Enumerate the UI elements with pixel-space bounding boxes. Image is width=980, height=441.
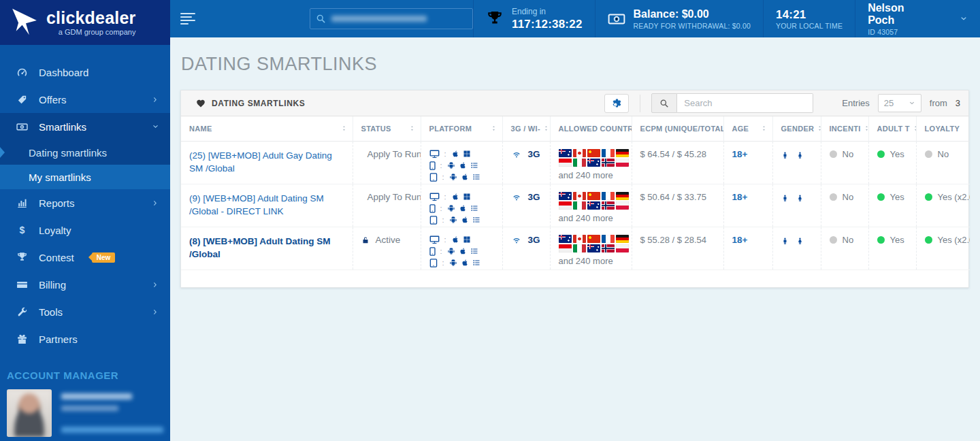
- gift-icon: [16, 333, 28, 345]
- sidebar-item-label: Dashboard: [39, 67, 88, 78]
- sidebar-item-label: Contest: [39, 252, 74, 263]
- mobile-icon: [429, 204, 436, 213]
- smartlink-name-link[interactable]: (8) [WEB+MOB] Adult Dating SM /Global: [189, 236, 331, 260]
- user-name: Nelson Poch: [868, 2, 934, 27]
- flag-de: [616, 235, 629, 243]
- flag-it: [573, 201, 586, 210]
- entries-label: Entries: [842, 98, 869, 108]
- column-header-label: INCENTI: [830, 125, 861, 133]
- sidebar-item-partners[interactable]: Partners: [0, 325, 170, 353]
- column-header-platform[interactable]: PLATFORM: [421, 116, 502, 141]
- name-cell: (25) [WEB+MOB] Adult Gay Dating SM /Glob…: [181, 141, 353, 184]
- flag-fr: [602, 149, 615, 157]
- column-header-3g-wi[interactable]: 3G / WI-: [502, 116, 550, 141]
- column-header-label: PLATFORM: [429, 125, 472, 133]
- status-dot-green: [877, 193, 885, 201]
- loyalty-cell-value: Yes (x2.00): [938, 235, 970, 245]
- column-header-adult-t[interactable]: ADULT T: [868, 116, 916, 141]
- loyalty-cell-value: No: [938, 149, 949, 159]
- entries-per-page-select[interactable]: 25: [878, 94, 921, 112]
- platform-line-mobile: :: [429, 161, 497, 171]
- female-icon: [796, 149, 804, 162]
- sidebar-item-loyalty[interactable]: $Loyalty: [0, 216, 170, 244]
- account-manager-link-redacted[interactable]: [61, 427, 163, 433]
- table-search-input[interactable]: [677, 93, 813, 113]
- tags-icon: [16, 94, 28, 105]
- column-header-ecpm-unique-total[interactable]: ECPM (UNIQUE/TOTAL): [632, 116, 723, 141]
- sidebar-item-label: Reports: [39, 197, 75, 209]
- status-dot-green: [925, 193, 932, 201]
- incentive-cell-value: No: [843, 235, 854, 245]
- sidebar-item-billing[interactable]: Billing: [0, 271, 170, 298]
- sidebar-subitem-dating-smartlinks[interactable]: Dating smartlinks: [0, 140, 170, 165]
- mobile-icon: [429, 161, 436, 170]
- platform-line-mobile: :: [429, 246, 497, 257]
- sidebar-item-label: Offers: [39, 94, 67, 105]
- ecpm-cell: $ 64.54 / $ 45.28: [632, 141, 723, 184]
- table-settings-button[interactable]: [604, 94, 629, 113]
- table-search-button[interactable]: [651, 93, 677, 113]
- column-header-name[interactable]: NAME: [181, 116, 353, 141]
- status-cell: Active: [361, 235, 415, 245]
- brand-logo[interactable]: clickdealer a GDM group company: [0, 0, 170, 45]
- flag-au: [559, 149, 572, 157]
- table-row: (9) [WEB+MOB] Adult Dating SM /Global - …: [181, 184, 970, 227]
- balance-value: Balance: $0.00: [634, 8, 751, 20]
- smartlinks-table: NAMESTATUSPLATFORM3G / WI-ALLOWED COUNTR…: [181, 116, 970, 287]
- sidebar-item-offers[interactable]: Offers: [0, 86, 170, 113]
- user-menu[interactable]: Nelson Poch ID 43057: [855, 0, 980, 37]
- chevron-down-icon: [152, 123, 159, 131]
- flag-nz: [587, 201, 600, 210]
- wifi-icon: [511, 192, 522, 201]
- column-header-gender[interactable]: GENDER: [772, 116, 821, 141]
- platform-line-mobile: :: [429, 203, 497, 214]
- android-icon: [447, 204, 455, 212]
- balance-section[interactable]: Balance: $0.00 READY FOR WITHDRAWAL: $0.…: [595, 0, 763, 37]
- column-header-loyalty[interactable]: LOYALTY: [916, 116, 970, 141]
- column-header-status[interactable]: STATUS: [353, 116, 421, 141]
- status-dot-gray: [830, 150, 837, 158]
- flag-no: [602, 244, 615, 252]
- list-icon: [472, 259, 480, 267]
- flag-id: [559, 159, 572, 167]
- heart-icon: [196, 99, 206, 108]
- search-icon: [316, 14, 326, 24]
- loyalty-cell: Yes (x2.00): [916, 184, 970, 227]
- desktop-icon: [429, 235, 440, 244]
- dollar-icon: $: [16, 225, 28, 236]
- column-header-incenti[interactable]: INCENTI: [821, 116, 868, 141]
- table-footer-row: [181, 270, 970, 287]
- brand-tagline: a GDM group company: [46, 29, 135, 36]
- connection-cell: 3G: [502, 141, 550, 184]
- column-header-age[interactable]: AGE: [723, 116, 772, 141]
- sidebar-item-dashboard[interactable]: Dashboard: [0, 59, 170, 86]
- tablet-icon: [429, 259, 438, 267]
- flag-de: [616, 149, 629, 157]
- flag-ca: [573, 192, 586, 200]
- sidebar-item-tools[interactable]: Tools: [0, 298, 170, 325]
- contest-countdown[interactable]: Ending in 117:12:38:22: [473, 0, 595, 37]
- account-manager-section: ACCOUNT MANAGER: [0, 370, 170, 441]
- name-cell: (9) [WEB+MOB] Adult Dating SM /Global - …: [181, 184, 353, 227]
- sort-icon: [864, 124, 868, 133]
- smartlink-name-link[interactable]: (9) [WEB+MOB] Adult Dating SM /Global - …: [189, 193, 324, 217]
- tablet-icon: [429, 173, 438, 182]
- smartlink-name-link[interactable]: (25) [WEB+MOB] Adult Gay Dating SM /Glob…: [189, 150, 332, 174]
- sidebar-item-smartlinks[interactable]: Smartlinks: [0, 113, 170, 140]
- column-header-label: NAME: [189, 125, 212, 133]
- chevron-down-icon: [909, 100, 915, 107]
- wrench-icon: [16, 306, 28, 318]
- gender-cell: [781, 235, 815, 248]
- sidebar-subitem-label: My smartlinks: [29, 172, 91, 183]
- hamburger-menu-icon[interactable]: [180, 0, 201, 37]
- age-label: 18+: [732, 235, 748, 245]
- sidebar-item-contest[interactable]: ContestNew: [0, 244, 170, 271]
- sidebar-subitem-my-smartlinks[interactable]: My smartlinks: [0, 165, 170, 189]
- topbar-search-box[interactable]: [310, 8, 473, 29]
- column-header-allowed-countr[interactable]: ALLOWED COUNTR: [550, 116, 632, 141]
- sidebar-item-reports[interactable]: Reports: [0, 189, 170, 216]
- male-icon: [781, 235, 789, 248]
- local-time-value: 14:21: [776, 8, 843, 22]
- platform-line-tablet: :: [429, 172, 497, 182]
- banknote-icon: [608, 10, 625, 28]
